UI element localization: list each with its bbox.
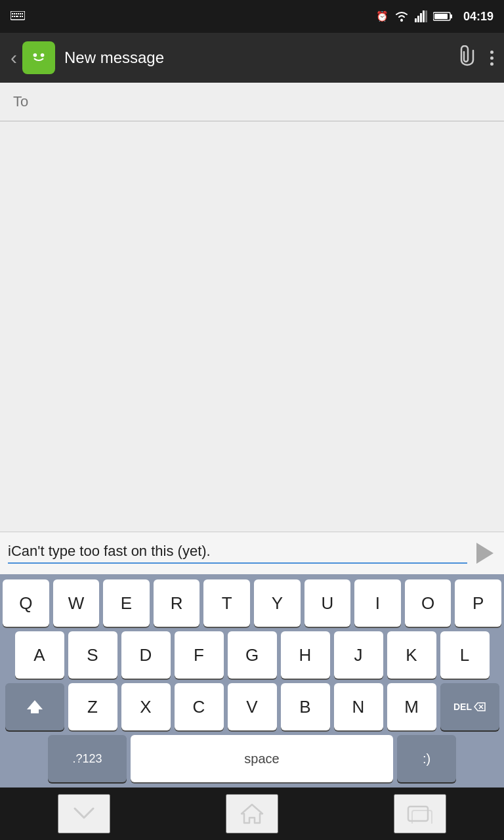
svg-rect-16 [423,10,425,22]
svg-rect-2 [14,13,15,14]
svg-rect-9 [16,16,18,17]
svg-marker-25 [27,700,43,713]
svg-rect-5 [20,13,21,14]
svg-rect-20 [434,14,448,19]
svg-point-24 [41,53,45,57]
key-c[interactable]: C [175,683,224,730]
app-title: New message [64,49,459,67]
app-icon [22,41,55,74]
keyboard-row-1: Q W E R T Y U I O P [3,579,501,627]
to-input[interactable] [13,93,491,110]
status-time: 04:19 [463,10,494,24]
nav-home-icon [240,802,264,826]
to-field[interactable] [0,83,504,121]
key-l[interactable]: L [440,631,490,679]
svg-rect-14 [417,16,419,22]
svg-rect-11 [22,16,23,17]
symbols-key[interactable]: .?123 [48,735,127,782]
key-a[interactable]: A [15,631,64,679]
keyboard-row-2: A S D F G H J K L [3,631,501,679]
keyboard-icon [10,11,25,22]
attach-button[interactable] [459,45,477,71]
keyboard: Q W E R T Y U I O P A S D F G H J K L Z … [0,574,504,788]
app-bar-actions [459,45,494,71]
message-area [0,83,504,532]
key-p[interactable]: P [455,579,501,627]
shift-key[interactable] [5,683,64,730]
wifi-icon [394,10,410,22]
nav-bar [0,788,504,840]
sms-app-icon [28,47,49,68]
svg-rect-13 [415,18,417,22]
key-i[interactable]: I [354,579,401,627]
alarm-icon: ⏰ [376,10,388,22]
svg-rect-19 [450,14,452,18]
key-x[interactable]: X [121,683,171,730]
emoji-key[interactable]: :) [397,735,456,782]
keyboard-row-3: Z X C V B N M DEL [3,683,501,730]
more-button[interactable] [490,51,494,66]
send-arrow-icon [476,543,494,564]
key-z[interactable]: Z [68,683,117,730]
svg-rect-7 [12,16,13,17]
paperclip-icon [459,45,477,66]
svg-rect-6 [22,13,23,14]
key-b[interactable]: B [281,683,330,730]
svg-marker-28 [242,805,262,823]
key-u[interactable]: U [304,579,351,627]
svg-point-23 [33,53,37,57]
key-o[interactable]: O [405,579,452,627]
space-key[interactable]: space [131,735,393,782]
key-s[interactable]: S [68,631,117,679]
app-bar: ‹ New message [0,33,504,83]
signal-icon [415,10,428,22]
key-n[interactable]: N [334,683,383,730]
svg-rect-10 [20,16,21,17]
svg-rect-1 [12,13,13,14]
key-r[interactable]: R [154,579,200,627]
back-button[interactable]: ‹ [10,47,17,69]
svg-rect-29 [408,807,428,821]
key-q[interactable]: Q [3,579,49,627]
status-icons: ⏰ 04:19 [376,10,494,24]
shift-icon [26,698,44,716]
keyboard-row-4: .?123 space :) [3,735,501,782]
key-d[interactable]: D [121,631,171,679]
compose-area [0,532,504,574]
key-f[interactable]: F [175,631,224,679]
send-button[interactable] [474,540,496,566]
svg-rect-15 [420,13,422,22]
svg-rect-3 [16,13,17,14]
key-t[interactable]: T [203,579,250,627]
status-left [10,11,25,22]
svg-point-12 [400,19,403,22]
svg-rect-17 [425,10,427,22]
key-y[interactable]: Y [254,579,301,627]
svg-rect-0 [10,11,25,20]
svg-rect-8 [14,16,15,17]
delete-key[interactable]: DEL [440,683,499,730]
status-bar: ⏰ 04:19 [0,0,504,33]
svg-rect-4 [18,13,19,14]
battery-icon [433,11,453,22]
key-e[interactable]: E [103,579,150,627]
key-j[interactable]: J [334,631,383,679]
key-g[interactable]: G [228,631,277,679]
message-body [0,121,504,532]
nav-back-icon [72,805,96,823]
nav-back-button[interactable] [58,794,110,833]
key-m[interactable]: M [387,683,436,730]
compose-input[interactable] [8,543,467,560]
nav-recents-icon [407,804,433,824]
key-h[interactable]: H [281,631,330,679]
key-w[interactable]: W [53,579,100,627]
nav-recents-button[interactable] [394,794,446,833]
nav-home-button[interactable] [226,794,278,833]
backspace-icon [474,702,486,711]
key-k[interactable]: K [387,631,436,679]
svg-marker-22 [32,63,36,67]
key-v[interactable]: V [228,683,277,730]
compose-input-wrap [8,543,467,564]
